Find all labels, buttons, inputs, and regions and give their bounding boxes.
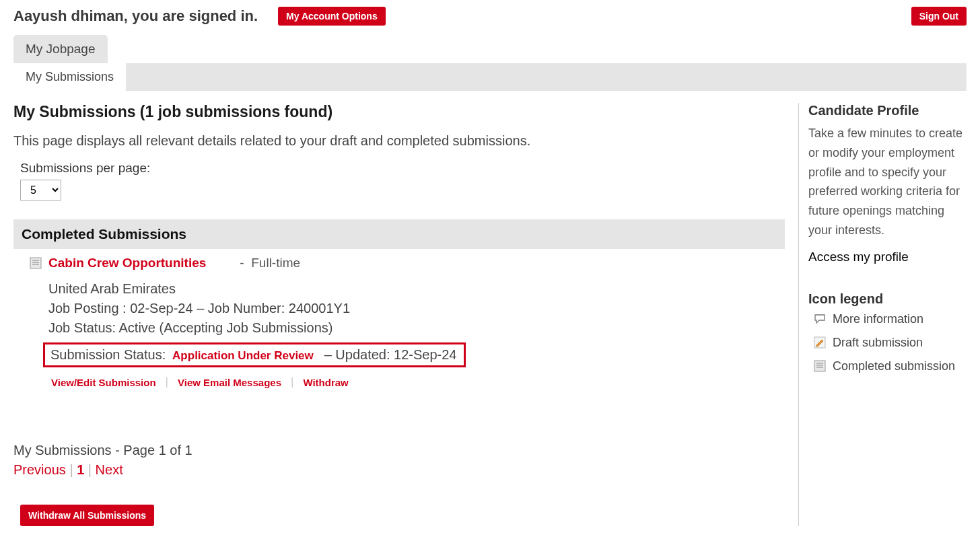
- per-page-label: Submissions per page:: [20, 161, 785, 176]
- withdraw-all-button[interactable]: Withdraw All Submissions: [20, 505, 154, 526]
- svg-rect-5: [814, 361, 825, 371]
- legend-more-info-text: More information: [833, 312, 923, 326]
- page-title: My Submissions (1 job submissions found): [13, 103, 785, 121]
- submission-item: Cabin Crew Opportunities - Full-time Uni…: [13, 249, 785, 396]
- icon-legend-heading: Icon legend: [808, 291, 967, 307]
- withdraw-all-wrap: Withdraw All Submissions: [20, 505, 785, 526]
- pager-current: 1: [77, 462, 84, 477]
- submission-updated: – Updated: 12-Sep-24: [324, 347, 457, 362]
- submission-status-label: Submission Status:: [50, 347, 166, 362]
- legend-completed: Completed submission: [814, 359, 967, 373]
- pager-summary: My Submissions - Page 1 of 1: [13, 443, 785, 458]
- main-content: My Submissions (1 job submissions found)…: [13, 103, 785, 526]
- submission-status-box: Submission Status: Application Under Rev…: [43, 342, 466, 367]
- tabs-inner-bar: My Submissions: [13, 63, 967, 91]
- legend-draft-text: Draft submission: [833, 336, 923, 350]
- main-layout: My Submissions (1 job submissions found)…: [13, 103, 967, 526]
- speech-bubble-icon: [814, 313, 826, 325]
- access-profile-link[interactable]: Access my profile: [808, 250, 909, 264]
- tab-submissions[interactable]: My Submissions: [13, 63, 126, 91]
- view-edit-link[interactable]: View/Edit Submission: [51, 377, 156, 388]
- candidate-profile-text: Take a few minutes to create or modify y…: [808, 124, 967, 240]
- signed-in-text: Aayush dhiman, you are signed in.: [13, 7, 258, 25]
- account-options-button[interactable]: My Account Options: [278, 7, 386, 26]
- job-status-line: Job Status: Active (Accepting Job Submis…: [48, 320, 773, 336]
- pager-next[interactable]: Next: [96, 462, 123, 477]
- job-location: United Arab Emirates: [48, 281, 773, 297]
- job-type-sep: -: [240, 256, 244, 270]
- withdraw-link[interactable]: Withdraw: [303, 377, 348, 388]
- completed-submission-icon: [30, 257, 42, 269]
- pencil-icon: [814, 336, 826, 349]
- view-email-link[interactable]: View Email Messages: [178, 377, 281, 388]
- per-page-select[interactable]: 5: [20, 180, 61, 200]
- sign-out-button[interactable]: Sign Out: [911, 7, 967, 26]
- completed-submissions-header: Completed Submissions: [13, 219, 785, 249]
- legend-more-info: More information: [814, 312, 967, 326]
- legend-completed-text: Completed submission: [833, 359, 955, 373]
- job-title-link[interactable]: Cabin Crew Opportunities: [48, 256, 206, 270]
- header-bar: Aayush dhiman, you are signed in. My Acc…: [13, 7, 967, 26]
- submission-actions: View/Edit Submission | View Email Messag…: [51, 375, 773, 389]
- sidebar: Candidate Profile Take a few minutes to …: [798, 103, 967, 526]
- job-type: - Full-time: [240, 256, 300, 270]
- legend-draft: Draft submission: [814, 336, 967, 350]
- candidate-profile-heading: Candidate Profile: [808, 103, 967, 118]
- submission-title-row: Cabin Crew Opportunities - Full-time: [30, 256, 773, 270]
- pager-sep: |: [69, 462, 77, 477]
- action-separator: |: [166, 375, 168, 389]
- svg-rect-0: [30, 258, 41, 268]
- submission-status-value: Application Under Review: [172, 349, 314, 362]
- action-separator: |: [291, 375, 293, 389]
- page-description: This page displays all relevant details …: [13, 133, 785, 149]
- job-type-text: Full-time: [251, 256, 300, 270]
- tab-jobpage[interactable]: My Jobpage: [13, 35, 108, 63]
- pager-sep: |: [88, 462, 96, 477]
- pager-previous[interactable]: Previous: [13, 462, 66, 477]
- document-icon: [814, 360, 826, 372]
- header-left: Aayush dhiman, you are signed in. My Acc…: [13, 7, 386, 26]
- tabs-outer: My Jobpage: [13, 35, 967, 63]
- pager-links: Previous | 1 | Next: [13, 462, 785, 478]
- job-posting-line: Job Posting : 02-Sep-24 – Job Number: 24…: [48, 301, 773, 316]
